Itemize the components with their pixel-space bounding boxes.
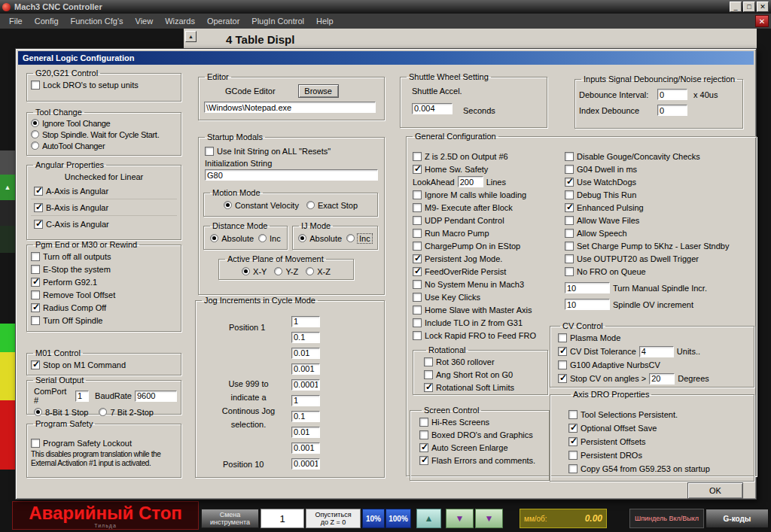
checkbox[interactable] <box>413 165 422 174</box>
checkbox[interactable] <box>558 347 567 356</box>
checkbox[interactable] <box>413 229 422 238</box>
checkbox[interactable] <box>413 293 422 302</box>
radio-button[interactable] <box>274 267 282 275</box>
editor-path-input[interactable] <box>204 102 376 113</box>
text-input[interactable] <box>291 363 320 375</box>
checkbox[interactable] <box>565 242 574 251</box>
raise-button[interactable]: ▲ <box>416 509 441 528</box>
index-debounce-input[interactable] <box>657 105 687 116</box>
menu-plugin-control[interactable]: PlugIn Control <box>245 15 310 27</box>
baudrate-input[interactable] <box>135 391 177 402</box>
checkbox[interactable] <box>558 360 567 369</box>
radio-button[interactable] <box>224 201 232 209</box>
checkbox[interactable] <box>413 203 422 212</box>
checkbox[interactable] <box>34 220 43 229</box>
checkbox[interactable] <box>568 451 577 460</box>
checkbox[interactable] <box>565 229 574 238</box>
checkbox[interactable] <box>424 370 433 379</box>
checkbox[interactable] <box>565 216 574 225</box>
menu-config[interactable]: Config <box>29 15 65 27</box>
radio-button[interactable] <box>346 234 355 242</box>
checkbox[interactable] <box>565 203 574 212</box>
text-input[interactable] <box>291 316 320 327</box>
checkbox[interactable] <box>31 316 40 325</box>
menu-wizards[interactable]: Wizards <box>159 15 201 27</box>
radio-button[interactable] <box>306 267 314 275</box>
radio-button[interactable] <box>298 234 306 242</box>
checkbox[interactable] <box>31 252 40 261</box>
checkbox[interactable] <box>419 418 428 427</box>
checkbox[interactable] <box>424 383 433 392</box>
browse-button[interactable]: Browse <box>298 84 339 98</box>
scroll-up-icon[interactable]: ▲ <box>185 31 197 42</box>
checkbox[interactable] <box>413 216 422 225</box>
checkbox[interactable] <box>31 360 40 369</box>
text-input[interactable] <box>649 373 675 385</box>
menu-function-cfgs[interactable]: Function Cfg's <box>65 15 130 27</box>
dialog-titlebar[interactable]: General Logic Configuration <box>18 51 754 65</box>
checkbox[interactable] <box>565 254 574 263</box>
checkbox[interactable] <box>34 187 43 196</box>
spindle-toggle-button[interactable]: Шпиндель Вкл/Выкл <box>629 509 704 528</box>
checkbox[interactable] <box>413 190 422 199</box>
text-input[interactable] <box>291 379 320 391</box>
close-button[interactable]: ✕ <box>757 2 769 12</box>
text-input[interactable] <box>291 411 320 422</box>
checkbox[interactable] <box>31 81 40 90</box>
checkbox[interactable] <box>413 306 422 315</box>
window-titlebar[interactable]: Mach3 CNC Controller _ □ ✕ <box>0 0 771 14</box>
text-input[interactable] <box>291 427 320 438</box>
text-input[interactable] <box>458 176 483 187</box>
lower-button[interactable]: ▼ <box>446 509 474 528</box>
checkbox[interactable] <box>34 203 43 212</box>
checkbox[interactable] <box>205 147 214 156</box>
ok-button[interactable]: OK <box>687 482 743 499</box>
checkbox[interactable] <box>413 242 422 251</box>
radio-button[interactable] <box>306 201 315 209</box>
checkbox[interactable] <box>424 357 433 366</box>
radio-button[interactable] <box>31 119 39 127</box>
init-string-input[interactable] <box>205 169 378 181</box>
radio-button[interactable] <box>31 130 39 138</box>
checkbox[interactable] <box>568 437 577 446</box>
checkbox[interactable] <box>31 290 40 299</box>
checkbox[interactable] <box>558 374 567 383</box>
menu-operator[interactable]: Operator <box>201 15 245 27</box>
checkbox[interactable] <box>413 331 422 340</box>
shuttle-accel-input[interactable] <box>412 103 453 114</box>
radio-button[interactable] <box>31 141 39 150</box>
lower-to-z0-button[interactable]: Опуститься до Z = 0 <box>306 509 361 528</box>
checkbox[interactable] <box>31 265 40 274</box>
debounce-interval-input[interactable] <box>657 89 687 100</box>
checkbox[interactable] <box>31 278 40 287</box>
checkbox[interactable] <box>558 333 567 342</box>
checkbox[interactable] <box>568 424 577 433</box>
checkbox[interactable] <box>413 152 422 161</box>
checkbox[interactable] <box>565 190 574 199</box>
radio-button[interactable] <box>210 234 218 242</box>
lower-button-2[interactable]: ▼ <box>475 509 503 528</box>
feed-10-percent-button[interactable]: 10% <box>362 509 385 528</box>
menu-help[interactable]: Help <box>310 15 340 27</box>
text-input[interactable] <box>291 332 320 343</box>
checkbox[interactable] <box>31 439 40 448</box>
checkbox[interactable] <box>413 254 422 263</box>
minimize-button[interactable]: _ <box>730 2 742 12</box>
menu-view[interactable]: View <box>130 15 160 27</box>
screen-close-icon[interactable]: ✕ <box>755 15 769 27</box>
restore-button[interactable]: □ <box>743 2 755 12</box>
text-input[interactable] <box>639 346 674 357</box>
emergency-stop-button[interactable]: Аварийный Стоп Тильда <box>12 501 199 530</box>
radio-button[interactable] <box>258 234 267 242</box>
checkbox[interactable] <box>413 318 422 327</box>
checkbox[interactable] <box>565 165 574 174</box>
comport-input[interactable] <box>75 391 89 402</box>
text-input[interactable] <box>291 395 320 406</box>
text-input[interactable] <box>565 299 610 310</box>
text-input[interactable] <box>291 458 320 470</box>
gcodes-button[interactable]: G-коды <box>705 509 769 528</box>
checkbox[interactable] <box>413 267 422 276</box>
checkbox[interactable] <box>568 464 577 473</box>
checkbox[interactable] <box>413 280 422 289</box>
tool-change-button[interactable]: Смена инструмента <box>201 509 259 528</box>
